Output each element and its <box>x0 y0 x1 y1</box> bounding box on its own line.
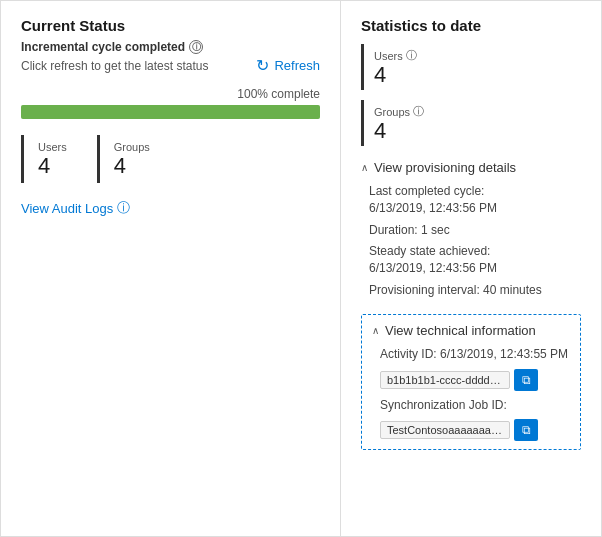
sync-job-input: TestContosoaaaaaaaaa.a... <box>380 421 510 439</box>
left-section-title: Current Status <box>21 17 320 34</box>
refresh-icon: ↻ <box>256 56 269 75</box>
right-panel: Statistics to date Users ⓘ 4 Groups ⓘ 4 … <box>341 1 601 536</box>
click-refresh-text: Click refresh to get the latest status <box>21 59 208 73</box>
activity-id-label-row: Activity ID: 6/13/2019, 12:43:55 PM <box>380 346 570 363</box>
left-stat-users-value: 4 <box>38 155 67 177</box>
provisioning-accordion-header[interactable]: ∧ View provisioning details <box>361 160 581 175</box>
right-stats-row: Users ⓘ 4 Groups ⓘ 4 <box>361 44 581 146</box>
technical-accordion-header[interactable]: ∧ View technical information <box>372 323 570 338</box>
activity-id-copy-button[interactable]: ⧉ <box>514 369 538 391</box>
left-panel: Current Status Incremental cycle complet… <box>1 1 341 536</box>
cycle-subtitle: Incremental cycle completed ⓘ <box>21 40 320 54</box>
right-section-title: Statistics to date <box>361 17 581 34</box>
right-stat-groups: Groups ⓘ 4 <box>361 100 581 146</box>
activity-id-input: b1b1b1b1-cccc-dddd-e... <box>380 371 510 389</box>
audit-link-text: View Audit Logs <box>21 201 113 216</box>
right-stat-groups-value: 4 <box>374 120 571 142</box>
last-cycle-row: Last completed cycle: 6/13/2019, 12:43:5… <box>369 183 581 217</box>
technical-chevron-icon: ∧ <box>372 325 379 336</box>
refresh-row: Click refresh to get the latest status ↻… <box>21 56 320 75</box>
left-stat-groups-value: 4 <box>114 155 150 177</box>
interval-row: Provisioning interval: 40 minutes <box>369 282 581 299</box>
sync-job-label-row: Synchronization Job ID: <box>380 397 570 414</box>
copy-icon-1: ⧉ <box>522 373 531 387</box>
sync-job-copy-button[interactable]: ⧉ <box>514 419 538 441</box>
right-groups-info-icon[interactable]: ⓘ <box>413 104 424 119</box>
right-stat-users: Users ⓘ 4 <box>361 44 581 90</box>
left-stat-groups: Groups 4 <box>97 135 164 183</box>
duration-row: Duration: 1 sec <box>369 222 581 239</box>
technical-accordion-label: View technical information <box>385 323 536 338</box>
view-audit-logs-link[interactable]: View Audit Logs ⓘ <box>21 199 320 217</box>
right-users-info-icon[interactable]: ⓘ <box>406 48 417 63</box>
refresh-button[interactable]: ↻ Refresh <box>256 56 320 75</box>
left-stat-users-label: Users <box>38 141 67 153</box>
provisioning-accordion-body: Last completed cycle: 6/13/2019, 12:43:5… <box>361 183 581 299</box>
activity-id-copy-field: b1b1b1b1-cccc-dddd-e... ⧉ <box>380 369 570 391</box>
subtitle-info-icon[interactable]: ⓘ <box>189 40 203 54</box>
provisioning-accordion-label: View provisioning details <box>374 160 516 175</box>
left-stat-groups-label: Groups <box>114 141 150 153</box>
progress-bar-fill <box>21 105 320 119</box>
progress-label: 100% complete <box>21 87 320 101</box>
progress-bar-background <box>21 105 320 119</box>
technical-accordion-body: Activity ID: 6/13/2019, 12:43:55 PM b1b1… <box>372 346 570 442</box>
sync-job-copy-field: TestContosoaaaaaaaaa.a... ⧉ <box>380 419 570 441</box>
provisioning-chevron-icon: ∧ <box>361 162 368 173</box>
provisioning-accordion: ∧ View provisioning details Last complet… <box>361 160 581 304</box>
audit-info-icon[interactable]: ⓘ <box>117 199 130 217</box>
right-stat-users-value: 4 <box>374 64 571 86</box>
technical-accordion: ∧ View technical information Activity ID… <box>361 314 581 451</box>
refresh-label: Refresh <box>274 58 320 73</box>
left-stat-users: Users 4 <box>21 135 81 183</box>
right-stat-groups-label: Groups ⓘ <box>374 104 571 119</box>
copy-icon-2: ⧉ <box>522 423 531 437</box>
left-stats-row: Users 4 Groups 4 <box>21 135 320 183</box>
steady-state-row: Steady state achieved: 6/13/2019, 12:43:… <box>369 243 581 277</box>
right-stat-users-label: Users ⓘ <box>374 48 571 63</box>
